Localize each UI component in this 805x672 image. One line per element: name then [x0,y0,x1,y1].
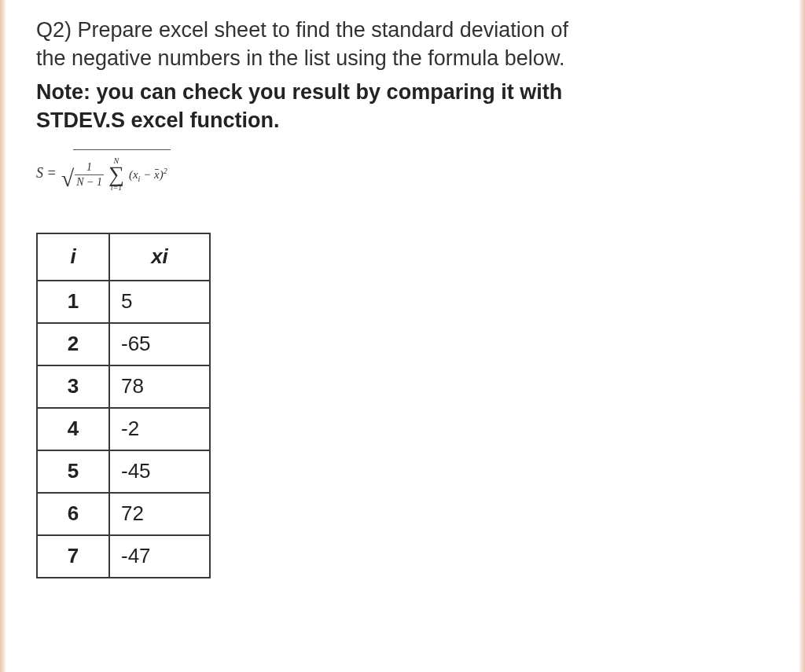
cell-i: 3 [37,365,109,408]
cell-xi: -65 [109,323,210,365]
radical-icon: √ [61,154,74,203]
note-line-2: STDEV.S excel function. [36,108,280,132]
table-row: 2 -65 [37,323,210,365]
cell-xi: -47 [109,535,210,578]
cell-xi: 78 [109,365,210,408]
cell-i: 7 [37,535,109,578]
header-xi: xi [109,233,210,281]
table-row: 5 -45 [37,450,210,493]
fraction-denominator: N − 1 [75,176,104,188]
table-row: 7 -47 [37,535,210,578]
page: Q2) Prepare excel sheet to find the stan… [0,0,805,672]
radicand: 1 N − 1 N ∑ i=1 (xi − x)2 [73,149,171,198]
page-edge-right [799,0,805,672]
cell-i: 6 [37,493,109,535]
question-note: Note: you can check you result by compar… [36,78,769,135]
minus: − [140,168,154,181]
square-root: √ 1 N − 1 N ∑ i=1 (xi − x)2 [61,149,171,198]
table-row: 4 -2 [37,408,210,450]
question-line-2: the negative numbers in the list using t… [36,46,564,70]
cell-i: 2 [37,323,109,365]
cell-i: 1 [37,281,109,323]
stddev-formula: S = √ 1 N − 1 N ∑ i=1 (xi − x)2 [36,146,769,201]
page-edge-left [0,0,6,672]
table-row: 6 72 [37,493,210,535]
fraction-numerator: 1 [85,161,94,173]
cell-xi: -2 [109,408,210,450]
squared-exponent: 2 [164,167,167,175]
cell-xi: -45 [109,450,210,493]
note-line-1: Note: you can check you result by compar… [36,80,562,104]
summation: N ∑ i=1 [108,157,124,192]
header-i: i [37,233,109,281]
cell-xi: 5 [109,281,210,323]
x-bar: x [154,168,160,182]
cell-i: 5 [37,450,109,493]
data-table: i xi 1 5 2 -65 3 78 4 -2 5 -45 [36,233,211,578]
question-prompt: Q2) Prepare excel sheet to find the stan… [36,16,769,73]
sigma-icon: ∑ [108,165,124,184]
cell-i: 4 [37,408,109,450]
sigma-lower-bound: i=1 [111,184,123,192]
table-header-row: i xi [37,233,210,281]
fraction-bar [75,174,104,175]
x-i: xi [133,168,140,181]
table-row: 3 78 [37,365,210,408]
cell-xi: 72 [109,493,210,535]
table-row: 1 5 [37,281,210,323]
sum-term: (xi − x)2 [129,167,167,183]
formula-lhs: S = [36,165,57,182]
fraction-one-over-n-minus-1: 1 N − 1 [75,161,104,188]
question-line-1: Q2) Prepare excel sheet to find the stan… [36,18,568,42]
